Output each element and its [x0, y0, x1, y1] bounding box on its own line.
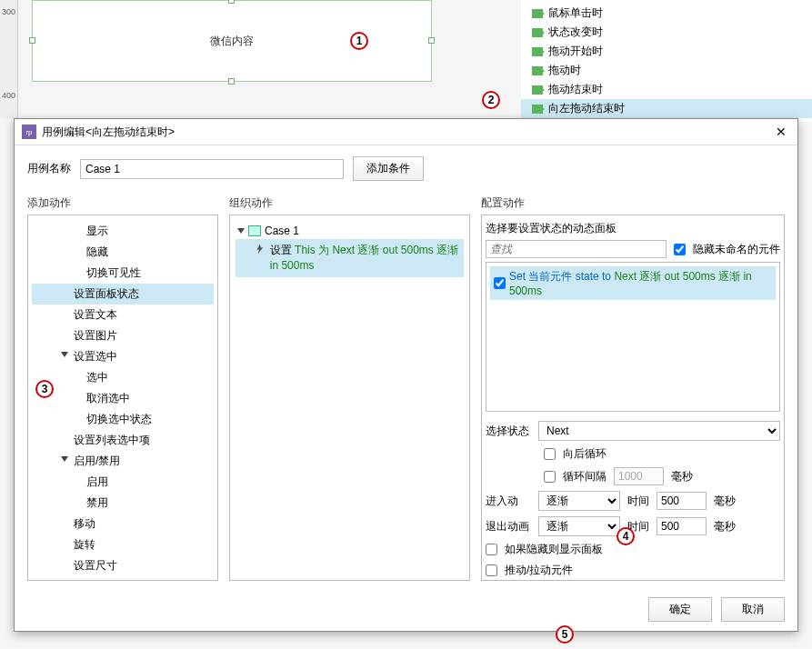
event-icon	[532, 9, 543, 18]
ok-button[interactable]: 确定	[648, 597, 712, 622]
target-panel-list[interactable]: Set 当前元件 state to Next 逐渐 out 500ms 逐渐 i…	[486, 262, 780, 412]
show-if-hidden-checkbox[interactable]	[486, 544, 497, 555]
event-drag-end[interactable]: 拖动结束时	[521, 80, 812, 99]
action-disable[interactable]: 禁用	[32, 493, 214, 514]
close-icon[interactable]: ✕	[772, 123, 790, 141]
exit-time-input[interactable]	[657, 517, 707, 535]
loop-interval-input[interactable]	[614, 467, 664, 485]
resize-handle[interactable]	[228, 0, 235, 4]
loop-interval-checkbox[interactable]	[544, 471, 556, 483]
ruler-tick-400: 400	[2, 91, 15, 100]
action-toggle-visibility[interactable]: 切换可见性	[32, 263, 214, 284]
action-deselect[interactable]: 取消选中	[32, 388, 214, 409]
organize-action-box[interactable]: Case 1 设置 This 为 Next 逐渐 out 500ms 逐渐 in…	[229, 215, 470, 581]
action-toggle-selected[interactable]: 切换选中状态	[32, 409, 214, 430]
case-row[interactable]: Case 1	[236, 223, 464, 239]
annotation-badge-4: 4	[617, 527, 635, 545]
vertical-ruler: 300 400	[0, 0, 18, 118]
action-set-size[interactable]: 设置尺寸	[32, 555, 214, 576]
exit-anim-label: 退出动画	[486, 519, 531, 534]
caret-icon	[61, 456, 68, 462]
action-set-list-selected[interactable]: 设置列表选中项	[32, 430, 214, 451]
event-icon	[532, 105, 543, 114]
case-name-input[interactable]	[80, 159, 344, 179]
col-header-configure: 配置动作	[481, 192, 785, 215]
enter-anim-label: 进入动	[486, 494, 531, 509]
event-swipe-left-end[interactable]: 向左拖动结束时	[521, 99, 812, 118]
action-rotate[interactable]: 旋转	[32, 534, 214, 555]
hide-unnamed-checkbox[interactable]	[674, 244, 686, 255]
dialog-title: 用例编辑<向左拖动结束时>	[42, 125, 772, 140]
loop-interval-label: 循环间隔	[563, 469, 606, 484]
annotation-badge-1: 1	[350, 32, 368, 50]
action-enable-disable[interactable]: 启用/禁用	[32, 451, 214, 472]
ms-label: 毫秒	[671, 469, 693, 484]
target-text: Set 当前元件 state to Next 逐渐 out 500ms 逐渐 i…	[509, 269, 772, 297]
show-if-hidden-label: 如果隐藏则显示面板	[505, 542, 603, 557]
enter-time-input[interactable]	[657, 492, 707, 510]
ms-label: 毫秒	[714, 519, 736, 534]
ms-label: 毫秒	[714, 494, 736, 509]
enter-anim-select[interactable]: 逐渐	[538, 491, 620, 511]
widget-label: 微信内容	[210, 34, 254, 49]
caret-icon	[237, 228, 245, 234]
event-icon	[532, 66, 543, 75]
col-header-add-action: 添加动作	[27, 192, 218, 215]
event-drag[interactable]: 拖动时	[521, 61, 812, 80]
annotation-badge-2: 2	[482, 91, 500, 109]
hide-unnamed-label: 隐藏未命名的元件	[693, 242, 780, 257]
event-mouse-click[interactable]: 鼠标单击时	[521, 4, 812, 23]
action-show[interactable]: 显示	[32, 221, 214, 242]
event-drag-start[interactable]: 拖动开始时	[521, 42, 812, 61]
select-panel-label: 选择要设置状态的动态面板	[486, 221, 780, 236]
select-state-label: 选择状态	[486, 424, 531, 439]
action-set-panel-state[interactable]: 设置面板状态	[32, 284, 214, 305]
resize-handle[interactable]	[29, 37, 35, 44]
event-icon	[532, 47, 543, 56]
annotation-badge-5: 5	[556, 625, 574, 644]
cancel-button[interactable]: 取消	[721, 597, 785, 622]
ruler-tick-300: 300	[2, 7, 15, 16]
action-text: 设置 This 为 Next 逐渐 out 500ms 逐渐 in 500ms	[270, 243, 462, 274]
action-hide[interactable]: 隐藏	[32, 242, 214, 263]
target-panel-row[interactable]: Set 当前元件 state to Next 逐渐 out 500ms 逐渐 i…	[490, 266, 776, 300]
loop-back-checkbox[interactable]	[544, 448, 556, 460]
action-set-selected[interactable]: 设置选中	[32, 346, 214, 367]
action-set-image[interactable]: 设置图片	[32, 325, 214, 346]
loop-back-label: 向后循环	[563, 446, 606, 462]
caret-icon	[61, 352, 68, 357]
case-label: Case 1	[265, 225, 299, 237]
action-select[interactable]: 选中	[32, 367, 214, 388]
dialog-titlebar[interactable]: rp 用例编辑<向左拖动结束时> ✕	[15, 119, 797, 145]
resize-handle[interactable]	[228, 78, 235, 85]
configure-action-box: 选择要设置状态的动态面板 隐藏未命名的元件 Set 当前元件 state to …	[481, 215, 785, 581]
time-label: 时间	[627, 494, 649, 509]
wechat-content-widget[interactable]: 微信内容	[32, 0, 432, 82]
case-icon	[248, 225, 261, 236]
case-editor-dialog: rp 用例编辑<向左拖动结束时> ✕ 用例名称 添加条件 添加动作 显示 隐藏 …	[14, 118, 798, 632]
event-state-change[interactable]: 状态改变时	[521, 23, 812, 42]
col-header-organize: 组织动作	[229, 192, 470, 215]
action-set-text[interactable]: 设置文本	[32, 305, 214, 325]
search-input[interactable]	[486, 240, 667, 258]
annotation-badge-3: 3	[35, 380, 54, 398]
exit-anim-select[interactable]: 逐渐	[538, 516, 620, 536]
push-pull-checkbox[interactable]	[486, 564, 497, 576]
add-action-tree[interactable]: 显示 隐藏 切换可见性 设置面板状态 设置文本 设置图片 设置选中 选中 取消选…	[27, 215, 218, 581]
state-select[interactable]: Next	[538, 421, 780, 441]
design-canvas: 300 400 微信内容	[0, 0, 509, 118]
events-panel: 鼠标单击时 状态改变时 拖动开始时 拖动时 拖动结束时 向左拖动结束时	[521, 0, 812, 122]
organize-action-row[interactable]: 设置 This 为 Next 逐渐 out 500ms 逐渐 in 500ms	[236, 239, 464, 277]
add-condition-button[interactable]: 添加条件	[353, 156, 424, 181]
event-icon	[532, 28, 543, 37]
target-checkbox[interactable]	[494, 277, 506, 289]
event-icon	[532, 85, 543, 95]
action-bring-front-back[interactable]: 置于顶层/底层	[32, 576, 214, 581]
resize-handle[interactable]	[428, 37, 435, 44]
bolt-icon	[256, 243, 265, 255]
action-enable[interactable]: 启用	[32, 472, 214, 493]
app-icon: rp	[22, 125, 36, 139]
push-pull-label: 推动/拉动元件	[505, 563, 573, 578]
case-name-label: 用例名称	[27, 161, 71, 176]
action-move[interactable]: 移动	[32, 514, 214, 534]
